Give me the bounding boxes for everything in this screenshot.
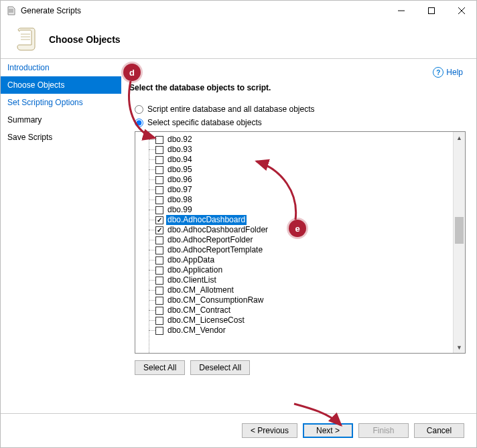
tree-item[interactable]: dbo.AdhocReportFolder bbox=[155, 235, 453, 245]
tree-item[interactable]: dbo.Application bbox=[155, 265, 453, 275]
body: IntroductionChoose ObjectsSet Scripting … bbox=[1, 59, 476, 413]
tree-item-label: dbo.93 bbox=[166, 145, 194, 155]
tree-item-label: dbo.AdhocDashboardFolder bbox=[166, 225, 269, 235]
tree-item-label: dbo.ClientList bbox=[166, 275, 218, 285]
page-title: Choose Objects bbox=[49, 34, 121, 45]
previous-button[interactable]: < Previous bbox=[242, 423, 297, 438]
checkbox[interactable] bbox=[155, 246, 163, 254]
object-tree: dbo.92dbo.93dbo.94dbo.95dbo.96dbo.97dbo.… bbox=[135, 131, 466, 354]
tree-item-label: dbo.97 bbox=[166, 185, 194, 195]
tree-item[interactable]: dbo.96 bbox=[155, 175, 453, 185]
radio-specific-objects[interactable]: Select specific database objects bbox=[135, 118, 466, 127]
checkbox[interactable] bbox=[155, 297, 163, 305]
scroll-icon bbox=[13, 26, 40, 53]
scroll-track[interactable] bbox=[454, 143, 465, 342]
scrollbar[interactable]: ▲ ▼ bbox=[453, 132, 465, 353]
tree-item-label: dbo.92 bbox=[166, 135, 194, 145]
app-icon bbox=[6, 5, 17, 16]
scroll-down-button[interactable]: ▼ bbox=[454, 342, 465, 353]
main-panel: ? Help Select the database objects to sc… bbox=[121, 59, 476, 413]
help-link[interactable]: ? Help bbox=[433, 67, 463, 78]
tree-item[interactable]: dbo.97 bbox=[155, 185, 453, 195]
tree-item-label: dbo.CM_ConsumptionRaw bbox=[166, 295, 265, 305]
checkbox[interactable] bbox=[155, 146, 163, 154]
scroll-up-button[interactable]: ▲ bbox=[454, 132, 465, 143]
wizard-step-introduction[interactable]: Introduction bbox=[1, 59, 121, 76]
tree-item[interactable]: dbo.99 bbox=[155, 205, 453, 215]
tree-item-label: dbo.95 bbox=[166, 165, 194, 175]
checkbox[interactable] bbox=[155, 136, 163, 144]
tree-item[interactable]: dbo.AppData bbox=[155, 255, 453, 265]
checkbox[interactable] bbox=[155, 236, 163, 244]
tree-item[interactable]: dbo.CM_LicenseCost bbox=[155, 315, 453, 325]
tree-item-label: dbo.94 bbox=[166, 155, 194, 165]
cancel-button[interactable]: Cancel bbox=[414, 423, 464, 438]
finish-button[interactable]: Finish bbox=[358, 423, 409, 438]
next-button[interactable]: Next > bbox=[303, 423, 353, 438]
wizard-step-save-scripts: Save Scripts bbox=[1, 129, 121, 146]
tree-item[interactable]: dbo.ClientList bbox=[155, 275, 453, 285]
tree-item-label: dbo.99 bbox=[166, 205, 194, 215]
tree-item[interactable]: dbo.CM_Vendor bbox=[155, 325, 453, 335]
help-label: Help bbox=[446, 68, 463, 77]
checkbox[interactable] bbox=[155, 267, 163, 275]
checkbox[interactable] bbox=[155, 226, 163, 234]
checkbox[interactable] bbox=[155, 256, 163, 265]
tree-item[interactable]: dbo.98 bbox=[155, 195, 453, 205]
tree-buttons: Select All Deselect All bbox=[135, 360, 466, 375]
checkbox[interactable] bbox=[155, 186, 163, 194]
tree-item[interactable]: dbo.CM_Allotment bbox=[155, 285, 453, 295]
tree-item[interactable]: dbo.93 bbox=[155, 145, 453, 155]
tree-item-label: dbo.AppData bbox=[166, 255, 216, 265]
checkbox[interactable] bbox=[155, 277, 163, 285]
tree-item[interactable]: dbo.AdhocDashboard bbox=[155, 215, 453, 225]
checkbox[interactable] bbox=[155, 327, 163, 335]
tree-item[interactable]: dbo.AdhocDashboardFolder bbox=[155, 225, 453, 235]
page-header: Choose Objects bbox=[1, 21, 476, 58]
minimize-button[interactable] bbox=[386, 1, 416, 21]
window-title: Generate Scripts bbox=[21, 6, 386, 15]
checkbox[interactable] bbox=[155, 307, 163, 315]
tree-item-label: dbo.CM_LicenseCost bbox=[166, 315, 246, 325]
wizard-step-choose-objects[interactable]: Choose Objects bbox=[1, 76, 121, 94]
radio-entire-database-input[interactable] bbox=[135, 105, 143, 114]
close-button[interactable] bbox=[446, 1, 476, 21]
tree-item[interactable]: dbo.AdhocReportTemplate bbox=[155, 245, 453, 255]
wizard-sidebar: IntroductionChoose ObjectsSet Scripting … bbox=[1, 59, 121, 413]
window: Generate Scripts Choose Objects Introduc… bbox=[0, 0, 477, 448]
tree-item[interactable]: dbo.92 bbox=[155, 135, 453, 145]
tree-item-label: dbo.Application bbox=[166, 265, 224, 275]
tree-item-label: dbo.CM_Vendor bbox=[166, 325, 227, 335]
wizard-step-set-scripting-options[interactable]: Set Scripting Options bbox=[1, 94, 121, 111]
tree-item[interactable]: dbo.CM_ConsumptionRaw bbox=[155, 295, 453, 305]
titlebar: Generate Scripts bbox=[1, 1, 476, 21]
svg-rect-1 bbox=[428, 8, 434, 14]
radio-entire-database-label: Script entire database and all database … bbox=[147, 104, 315, 114]
tree-item-label: dbo.AdhocReportTemplate bbox=[166, 245, 264, 255]
checkbox[interactable] bbox=[155, 206, 163, 214]
deselect-all-button[interactable]: Deselect All bbox=[190, 360, 250, 375]
checkbox[interactable] bbox=[155, 196, 163, 204]
scroll-thumb[interactable] bbox=[455, 217, 464, 244]
radio-specific-objects-label: Select specific database objects bbox=[147, 118, 262, 127]
select-all-button[interactable]: Select All bbox=[135, 360, 185, 375]
tree-item-label: dbo.98 bbox=[166, 195, 194, 205]
checkbox[interactable] bbox=[155, 287, 163, 295]
checkbox[interactable] bbox=[155, 216, 163, 224]
tree-item-label: dbo.CM_Allotment bbox=[166, 285, 235, 295]
checkbox[interactable] bbox=[155, 176, 163, 184]
checkbox[interactable] bbox=[155, 166, 163, 174]
tree-item[interactable]: dbo.95 bbox=[155, 165, 453, 175]
checkbox[interactable] bbox=[155, 317, 163, 325]
object-tree-list[interactable]: dbo.92dbo.93dbo.94dbo.95dbo.96dbo.97dbo.… bbox=[135, 132, 453, 353]
radio-specific-objects-input[interactable] bbox=[135, 119, 143, 127]
tree-item[interactable]: dbo.CM_Contract bbox=[155, 305, 453, 315]
tree-item-label: dbo.96 bbox=[166, 175, 194, 185]
maximize-button[interactable] bbox=[416, 1, 446, 21]
radio-entire-database[interactable]: Script entire database and all database … bbox=[135, 104, 466, 114]
tree-item[interactable]: dbo.94 bbox=[155, 155, 453, 165]
checkbox[interactable] bbox=[155, 156, 163, 164]
tree-item-label: dbo.CM_Contract bbox=[166, 305, 232, 315]
help-icon: ? bbox=[433, 67, 444, 78]
tree-item-label: dbo.AdhocDashboard bbox=[166, 215, 247, 225]
